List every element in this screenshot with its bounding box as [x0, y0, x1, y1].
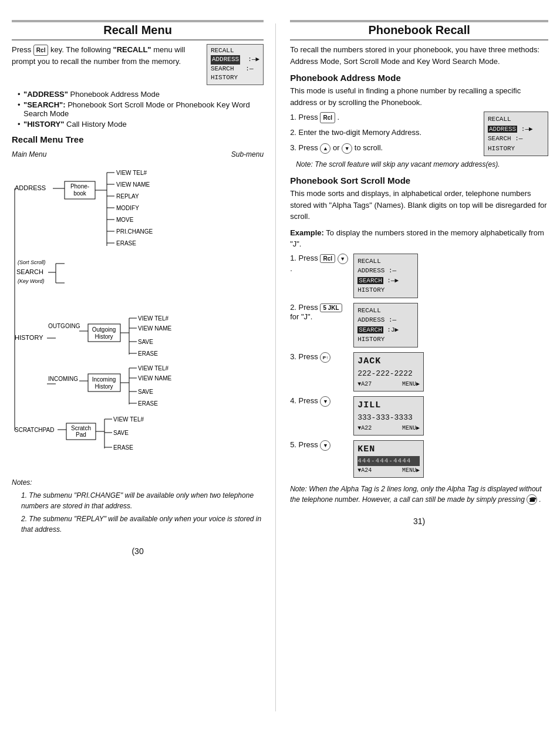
- ex-step-3: 3. Press P↑ JACK 222-222-2222 ▼A27MENU▶: [290, 352, 548, 392]
- ex-step-3-label: 3. Press P↑: [290, 352, 349, 363]
- svg-text:VIEW NAME: VIEW NAME: [116, 181, 150, 188]
- note-2: 2. The submenu "REPLAY" will be availabl…: [21, 514, 264, 535]
- svg-text:VIEW TEL#: VIEW TEL#: [138, 365, 168, 372]
- step-3: 3. Press ▲ or ▼ to scroll.: [290, 142, 478, 154]
- address-lcd: RECALL ADDRESS :—▶ SEARCH :— HISTORY: [484, 112, 548, 156]
- address-note: Note: The scroll feature will skip any v…: [296, 160, 548, 170]
- svg-text:Incoming: Incoming: [92, 376, 116, 383]
- ex-step-1: 1. Press Rcl ▼ . RECALL ADDRESS :— SEARC…: [290, 254, 548, 298]
- svg-text:ERASE: ERASE: [116, 240, 136, 247]
- svg-text:HISTORY: HISTORY: [15, 334, 43, 341]
- svg-text:VIEW TEL#: VIEW TEL#: [138, 315, 168, 322]
- ex-step-2-label: 2. Press 5 JKL for "J".: [290, 303, 349, 321]
- ex-step-1-label: 1. Press Rcl ▼ .: [290, 254, 349, 273]
- sort-scroll-title: Phonebook Sort Scroll Mode: [290, 176, 548, 185]
- svg-text:SAVE: SAVE: [138, 389, 153, 395]
- main-menu-label: Main Menu: [12, 150, 46, 158]
- svg-text:ERASE: ERASE: [138, 350, 158, 357]
- ex-step-4-label: 4. Press ▼: [290, 396, 349, 407]
- bullet-address: "ADDRESS" Phonebook Address Mode: [18, 90, 264, 99]
- down-key: ▼: [342, 143, 352, 154]
- svg-text:ADDRESS: ADDRESS: [15, 184, 46, 191]
- ex-step-4: 4. Press ▼ JILL 333-333-3333 ▼A22MENU▶: [290, 396, 548, 436]
- ex-step-1-lcd: RECALL ADDRESS :— SEARCH :—▶ HISTORY: [353, 254, 418, 298]
- tree-section: Main Menu Sub-menu ADDRESS Phone- book V…: [12, 150, 264, 468]
- svg-text:SAVE: SAVE: [138, 339, 153, 345]
- svg-text:Outgoing: Outgoing: [92, 326, 116, 333]
- step-2: 2. Enter the two-digit Memory Address.: [290, 127, 478, 139]
- note-1: 1. The submenu "PRI.CHANGE" will be avai…: [21, 490, 264, 511]
- notes-section: Notes: 1. The submenu "PRI.CHANGE" will …: [12, 477, 264, 535]
- up-key-3: P↑: [320, 352, 330, 363]
- sub-menu-label: Sub-menu: [231, 150, 264, 158]
- rcl-key-2: Rcl: [320, 254, 335, 263]
- svg-text:MODIFY: MODIFY: [116, 205, 139, 211]
- svg-text:book: book: [73, 190, 87, 197]
- tree-title: Recall Menu Tree: [12, 134, 264, 144]
- svg-text:PRI.CHANGE: PRI.CHANGE: [116, 228, 153, 235]
- address-mode-desc: This mode is useful in finding a phone n…: [290, 85, 548, 108]
- left-page-num: (30: [12, 546, 264, 556]
- svg-text:SAVE: SAVE: [113, 430, 129, 436]
- left-column: Recall Menu Press Rcl key. The following…: [12, 23, 276, 711]
- step-1: 1. Press Rcl .: [290, 112, 478, 123]
- right-intro: To recall the numbers stored in your pho…: [290, 44, 548, 67]
- svg-text:ERASE: ERASE: [138, 400, 158, 407]
- intro-para: Press Rcl key. The following "RECALL" me…: [12, 44, 201, 68]
- left-title: Recall Menu: [12, 23, 264, 41]
- ex-step-2: 2. Press 5 JKL for "J". RECALL ADDRESS :…: [290, 303, 548, 347]
- example-block: Example: To display the numbers stored i…: [290, 227, 548, 478]
- svg-text:History: History: [95, 383, 113, 390]
- notes-label: Notes:: [12, 477, 264, 488]
- intro-lcd: RECALL ADDRESS :—▶ SEARCH :— HISTORY: [207, 44, 264, 85]
- svg-text:ERASE: ERASE: [113, 444, 133, 451]
- ex-step-4-lcd: JILL 333-333-3333 ▼A22MENU▶: [353, 396, 424, 436]
- bullet-search: "SEARCH": Phonebook Sort Scroll Mode or …: [18, 100, 264, 118]
- svg-text:VIEW NAME: VIEW NAME: [138, 375, 172, 382]
- svg-text:VIEW TEL#: VIEW TEL#: [113, 416, 144, 423]
- sort-scroll-desc: This mode sorts and displays, in alphabe…: [290, 188, 548, 222]
- up-key: ▲: [320, 143, 330, 154]
- bottom-note: Note: When the Alpha Tag is 2 lines long…: [290, 484, 548, 505]
- svg-text:VIEW TEL#: VIEW TEL#: [116, 170, 147, 176]
- address-steps-block: 1. Press Rcl . 2. Enter the two-digit Me…: [290, 112, 548, 157]
- down-key-4: ▼: [320, 396, 330, 407]
- svg-text:Pad: Pad: [76, 431, 86, 438]
- right-page-num: 31): [290, 517, 548, 526]
- ex-step-5: 5. Press ▼ KEN 444-444-4444 ▼A24MENU▶: [290, 440, 548, 478]
- svg-text:SCRATCHPAD: SCRATCHPAD: [15, 427, 54, 433]
- down-key-2: ▼: [338, 254, 348, 264]
- ex-step-5-label: 5. Press ▼: [290, 440, 349, 451]
- call-key: ☎: [527, 494, 537, 505]
- ex-step-2-lcd: RECALL ADDRESS :— SEARCH :J▶ HISTORY: [353, 303, 418, 347]
- 5jkl-key: 5 JKL: [320, 303, 342, 312]
- svg-text:(Sort Scroll): (Sort Scroll): [18, 259, 46, 265]
- ex-step-3-lcd: JACK 222-222-2222 ▼A27MENU▶: [353, 352, 424, 392]
- right-title: Phonebook Recall: [290, 23, 548, 41]
- intro-text: Press Rcl key. The following "RECALL" me…: [12, 44, 201, 71]
- address-mode-title: Phonebook Address Mode: [290, 73, 548, 83]
- ex-step-5-lcd: KEN 444-444-4444 ▼A24MENU▶: [353, 440, 424, 478]
- svg-text:MOVE: MOVE: [116, 217, 134, 223]
- svg-text:Phone-: Phone-: [70, 183, 89, 190]
- svg-text:INCOMING: INCOMING: [48, 376, 78, 382]
- svg-text:Scratch: Scratch: [71, 425, 91, 431]
- rcl-key: Rcl: [33, 45, 49, 56]
- tree-diagram: ADDRESS Phone- book VIEW TEL# VIEW NAME …: [12, 161, 258, 466]
- svg-text:History: History: [95, 333, 113, 340]
- svg-text:OUTGOING: OUTGOING: [48, 323, 80, 329]
- example-label: Example: To display the numbers stored i…: [290, 227, 548, 250]
- svg-text:(Key Word): (Key Word): [18, 278, 45, 284]
- svg-text:REPLAY: REPLAY: [116, 193, 139, 200]
- down-key-5: ▼: [320, 440, 330, 451]
- right-column: Phonebook Recall To recall the numbers s…: [276, 23, 548, 711]
- intro-block: Press Rcl key. The following "RECALL" me…: [12, 44, 264, 85]
- bullet-history: "HISTORY" Call History Mode: [18, 120, 264, 129]
- bullet-list: "ADDRESS" Phonebook Address Mode "SEARCH…: [18, 90, 264, 129]
- svg-text:SEARCH: SEARCH: [16, 268, 43, 275]
- rcl-key-1: Rcl: [320, 112, 335, 123]
- svg-text:VIEW NAME: VIEW NAME: [138, 325, 172, 332]
- address-steps: 1. Press Rcl . 2. Enter the two-digit Me…: [290, 112, 478, 157]
